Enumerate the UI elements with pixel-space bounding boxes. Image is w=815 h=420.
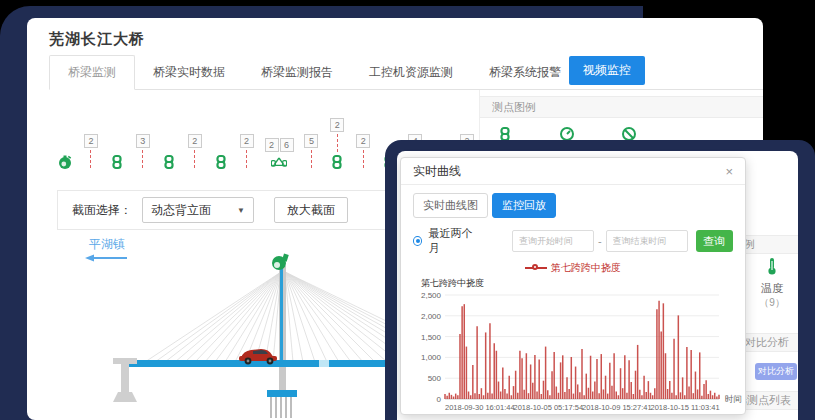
main-tab-bar: 桥梁监测桥梁实时数据桥梁监测报告工控机资源监测桥梁系统报警: [49, 58, 763, 90]
sensor-count-badge: 5: [304, 134, 318, 148]
temperature-block[interactable]: 温度 （9）: [749, 257, 795, 310]
svg-text:2018-10-05 05:17:54: 2018-10-05 05:17:54: [514, 403, 584, 412]
timeline-item-10: 2: [329, 118, 345, 170]
compare-section-header: 对比分析: [745, 333, 798, 352]
date-separator: -: [598, 235, 602, 247]
chart-legend[interactable]: 第七跨跨中挠度: [401, 261, 745, 275]
query-button[interactable]: 查询: [696, 230, 733, 252]
alarm-dash-line: [142, 150, 143, 168]
realtime-curve-dialog: 实时曲线 × 实时曲线图监控回放 最近两个月 - 查询 第七跨跨中挠度 第七跨跨…: [400, 157, 746, 415]
chain-icon[interactable]: [213, 154, 229, 170]
tower-gauge-icon: [272, 254, 289, 270]
dialog-controls: 最近两个月 - 查询: [401, 222, 745, 256]
svg-text:1,500: 1,500: [421, 333, 442, 342]
main-tab-3[interactable]: 工控机资源监测: [351, 56, 471, 89]
timeline-item-0: [57, 154, 73, 170]
selected-points-header: 已选测点列表: [745, 391, 798, 410]
legend-panel-header: 测点图例: [480, 96, 763, 118]
svg-text:时间: 时间: [725, 394, 742, 404]
chart-area: 第七跨跨中挠度 2,5002,0001,5001,00050002018-09-…: [401, 277, 745, 420]
temperature-count: （9）: [749, 296, 795, 310]
dialog-tab-1[interactable]: 监控回放: [492, 193, 556, 218]
sensor-count-badge: 2: [265, 138, 279, 152]
main-tab-2[interactable]: 桥梁监测报告: [243, 56, 351, 89]
svg-text:2018-09-30 16:01:44: 2018-09-30 16:01:44: [445, 403, 515, 412]
deflection-chart: 2,5002,0001,5001,00050002018-09-30 16:01…: [401, 287, 745, 420]
dialog-title: 实时曲线: [413, 163, 461, 180]
svg-text:2018-10-09 15:27:41: 2018-10-09 15:27:41: [582, 403, 652, 412]
dialog-tab-0[interactable]: 实时曲线图: [413, 193, 488, 218]
sensor-count-badge: 2: [84, 134, 98, 148]
alarm-dash-line: [337, 134, 338, 152]
timeline-item-11: 2: [355, 134, 371, 170]
timeline-item-4: [161, 154, 177, 170]
sensor-count-badge: 6: [280, 138, 294, 152]
legend-label: 第七跨跨中挠度: [551, 261, 621, 275]
temperature-label: 温度: [749, 281, 795, 296]
thermometer-icon: [766, 257, 778, 275]
timeline-item-6: [213, 154, 229, 170]
sensor-count-badge: 2: [330, 118, 344, 132]
inner-legend-header: 测点图例: [745, 235, 798, 254]
svg-text:0: 0: [437, 395, 442, 404]
alarm-dash-line: [194, 150, 195, 168]
svg-text:1,000: 1,000: [421, 353, 442, 362]
main-tab-1[interactable]: 桥梁实时数据: [135, 56, 243, 89]
video-monitor-button[interactable]: 视频监控: [569, 56, 645, 85]
timeline-item-2: [109, 154, 125, 170]
query-start-input[interactable]: [512, 230, 594, 252]
svg-text:2,500: 2,500: [421, 291, 442, 300]
svg-text:500: 500: [428, 374, 442, 383]
page-title: 芜湖长江大桥: [49, 30, 145, 49]
dialog-header: 实时曲线 ×: [401, 158, 745, 185]
close-icon[interactable]: ×: [725, 164, 733, 179]
main-tab-4[interactable]: 桥梁系统报警: [471, 56, 579, 89]
legend-marker-icon: [525, 264, 547, 272]
sensor-count-badge: 3: [136, 134, 150, 148]
timeline-item-8: 26: [265, 138, 294, 170]
query-end-input[interactable]: [606, 230, 688, 252]
sensor-count-badge: 2: [240, 134, 254, 148]
timeline-item-3: 3: [135, 134, 151, 170]
bridge-icon[interactable]: [271, 154, 287, 170]
chain-icon[interactable]: [109, 154, 125, 170]
alarm-dash-line: [246, 150, 247, 168]
main-tab-0[interactable]: 桥梁监测: [49, 55, 135, 90]
alarm-dash-line: [311, 150, 312, 168]
sensor-count-badge: 2: [188, 134, 202, 148]
last-two-months-label: 最近两个月: [428, 226, 479, 256]
svg-text:2,000: 2,000: [421, 312, 442, 321]
dialog-tab-bar: 实时曲线图监控回放: [401, 185, 745, 222]
chain-icon[interactable]: [329, 154, 345, 170]
alarm-dash-line: [90, 150, 91, 168]
stopwatch-icon[interactable]: [57, 154, 73, 170]
sensor-count-badge: 2: [356, 134, 370, 148]
timeline-item-5: 2: [187, 134, 203, 170]
screen: 芜湖长江大桥 桥梁监测桥梁实时数据桥梁监测报告工控机资源监测桥梁系统报警 视频监…: [0, 0, 815, 420]
compare-analysis-button[interactable]: 对比分析: [755, 363, 797, 380]
chain-icon[interactable]: [161, 154, 177, 170]
timeline-item-1: 2: [83, 134, 99, 170]
timeline-item-9: 5: [303, 134, 319, 170]
svg-text:2018-10-15 11:03:41: 2018-10-15 11:03:41: [651, 403, 720, 412]
alarm-dash-line: [363, 150, 364, 168]
last-two-months-radio[interactable]: [413, 236, 422, 246]
timeline-item-7: 2: [239, 134, 255, 170]
